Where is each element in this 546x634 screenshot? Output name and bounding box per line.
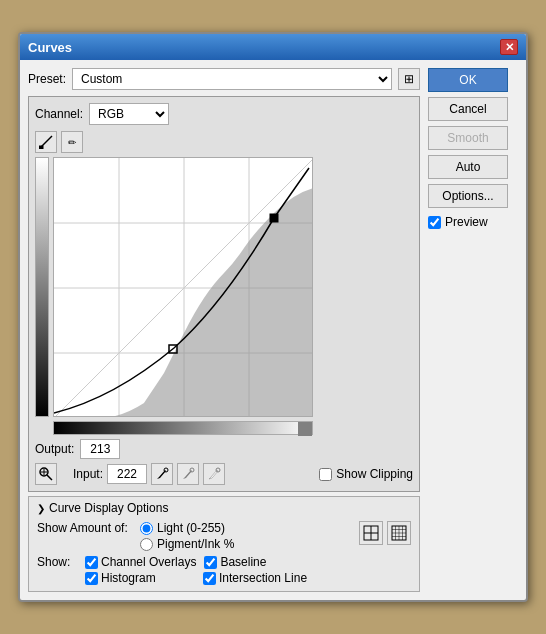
show-clipping-row: Show Clipping — [319, 467, 413, 481]
channel-row: Channel: RGB — [35, 103, 413, 125]
radio-pigment[interactable] — [140, 538, 153, 551]
input-label: Input: — [73, 467, 103, 481]
show-amount-label: Show Amount of: — [37, 521, 132, 535]
cancel-button[interactable]: Cancel — [428, 97, 508, 121]
preset-row: Preset: Custom ⊞ — [28, 68, 420, 90]
preview-row: Preview — [428, 215, 518, 229]
radio-light-label: Light (0-255) — [157, 521, 225, 535]
options-header: ❯ Curve Display Options — [37, 501, 411, 515]
left-panel: Preset: Custom ⊞ Channel: RGB — [28, 68, 420, 592]
svg-line-11 — [47, 475, 52, 480]
svg-point-16 — [216, 468, 220, 472]
gradient-strip-horizontal — [53, 421, 313, 435]
options-header-label: Curve Display Options — [49, 501, 168, 515]
channel-overlays-check-label: Channel Overlays — [85, 555, 196, 569]
curve-display-options: ❯ Curve Display Options Show Amount of: … — [28, 496, 420, 592]
dialog-body: Preset: Custom ⊞ Channel: RGB — [20, 60, 526, 600]
curve-svg — [54, 158, 313, 417]
histogram-check-label: Histogram — [85, 571, 195, 585]
show-clipping-label: Show Clipping — [336, 467, 413, 481]
smooth-button[interactable]: Smooth — [428, 126, 508, 150]
preview-checkbox[interactable] — [428, 216, 441, 229]
intersection-checkbox[interactable] — [203, 572, 216, 585]
grid-icons — [359, 521, 411, 545]
show-label: Show: — [37, 555, 77, 569]
histogram-checkbox[interactable] — [85, 572, 98, 585]
preset-settings-icon[interactable]: ⊞ — [398, 68, 420, 90]
tools-row: ✏ — [35, 131, 413, 153]
radio-pigment-row: Pigment/Ink % — [140, 537, 351, 551]
curve-tool-button[interactable] — [35, 131, 57, 153]
close-button[interactable]: ✕ — [500, 39, 518, 55]
channel-label: Channel: — [35, 107, 83, 121]
pencil-tool-button[interactable]: ✏ — [61, 131, 83, 153]
title-bar: Curves ✕ — [20, 34, 526, 60]
black-eyedropper-button[interactable] — [151, 463, 173, 485]
svg-point-14 — [164, 468, 168, 472]
right-panel: OK Cancel Smooth Auto Options... Preview — [428, 68, 518, 592]
radio-light-row: Light (0-255) — [140, 521, 351, 535]
gray-eyedropper-button[interactable] — [177, 463, 199, 485]
gradient-strip-vertical — [35, 157, 49, 417]
preview-label: Preview — [445, 215, 488, 229]
baseline-check-label: Baseline — [204, 555, 314, 569]
bottom-controls: Input: — [35, 463, 413, 485]
intersection-check-label: Intersection Line — [203, 571, 313, 585]
channel-overlays-label: Channel Overlays — [101, 555, 196, 569]
curve-canvas-wrapper — [35, 157, 413, 417]
options-chevron-icon[interactable]: ❯ — [37, 503, 45, 514]
show-amount-row: Show Amount of: Light (0-255) Pigment/In… — [37, 521, 411, 551]
output-input[interactable] — [80, 439, 120, 459]
output-row: Output: — [35, 439, 413, 459]
output-label: Output: — [35, 442, 74, 456]
show-row-2: Histogram Intersection Line — [37, 571, 411, 585]
baseline-label: Baseline — [220, 555, 266, 569]
options-button[interactable]: Options... — [428, 184, 508, 208]
radio-options: Light (0-255) Pigment/Ink % — [140, 521, 351, 551]
curve-area: Channel: RGB ✏ — [28, 96, 420, 492]
radio-pigment-label: Pigment/Ink % — [157, 537, 234, 551]
ok-button[interactable]: OK — [428, 68, 508, 92]
histogram-label: Histogram — [101, 571, 156, 585]
preset-label: Preset: — [28, 72, 66, 86]
radio-light[interactable] — [140, 522, 153, 535]
curves-dialog: Curves ✕ Preset: Custom ⊞ Channel: RGB — [18, 32, 528, 602]
input-field[interactable] — [107, 464, 147, 484]
channel-select[interactable]: RGB — [89, 103, 169, 125]
channel-overlays-checkbox[interactable] — [85, 556, 98, 569]
preset-select[interactable]: Custom — [72, 68, 392, 90]
intersection-label: Intersection Line — [219, 571, 307, 585]
curve-canvas[interactable] — [53, 157, 313, 417]
white-eyedropper-button[interactable] — [203, 463, 225, 485]
zoom-icon[interactable] — [35, 463, 57, 485]
dialog-title: Curves — [28, 40, 72, 55]
baseline-checkbox[interactable] — [204, 556, 217, 569]
simple-grid-icon[interactable] — [359, 521, 383, 545]
svg-rect-9 — [270, 214, 278, 222]
show-clipping-checkbox[interactable] — [319, 468, 332, 481]
show-row-1: Show: Channel Overlays Baseline — [37, 555, 411, 569]
svg-rect-0 — [39, 146, 43, 149]
auto-button[interactable]: Auto — [428, 155, 508, 179]
detailed-grid-icon[interactable] — [387, 521, 411, 545]
svg-point-15 — [190, 468, 194, 472]
